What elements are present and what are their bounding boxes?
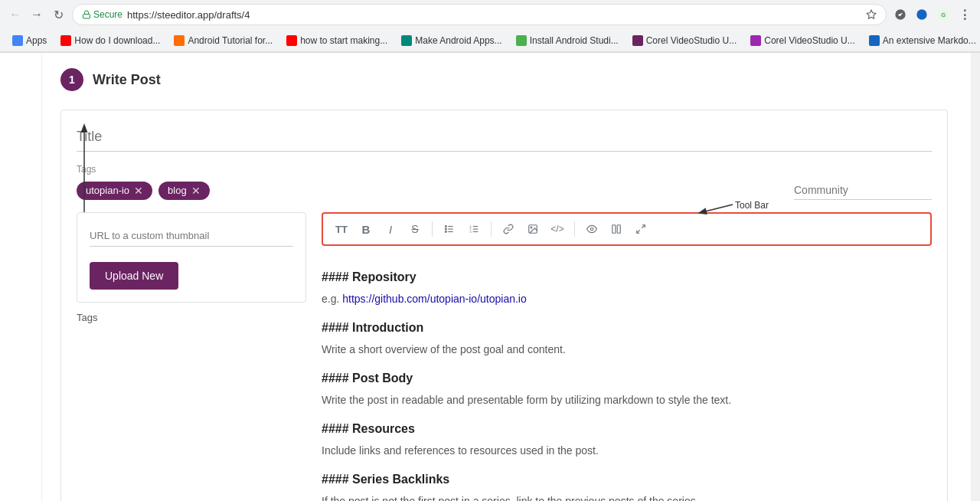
upload-new-button[interactable]: Upload New xyxy=(90,262,178,290)
section-heading-repository: #### Repository xyxy=(322,267,932,287)
bookmark-3[interactable]: how to start making... xyxy=(280,33,394,48)
svg-rect-26 xyxy=(612,225,616,234)
tag-blog-remove[interactable]: ✕ xyxy=(191,185,201,197)
toolbar-link-btn[interactable] xyxy=(498,218,519,240)
tag-blog[interactable]: blog ✕ xyxy=(158,182,210,200)
section-heading-series-backlinks: #### Series Backlinks xyxy=(322,470,932,490)
extensions-button[interactable] xyxy=(891,5,910,24)
svg-line-28 xyxy=(642,225,645,228)
svg-line-29 xyxy=(637,230,640,233)
bookmark-8[interactable]: An extensive Markdo... xyxy=(863,33,980,48)
section-body-series-backlinks: If the post is not the first post in a s… xyxy=(322,493,932,501)
browser-icons: G ⋮ xyxy=(891,5,974,24)
svg-line-31 xyxy=(702,205,733,212)
bookmark-label: Install Android Studi... xyxy=(530,35,619,46)
bookmark-label: Corel VideoStudio U... xyxy=(764,35,855,46)
section-heading-resources: #### Resources xyxy=(322,419,932,439)
toolbar-code-btn[interactable]: </> xyxy=(547,218,568,240)
tags-section: Tags utopian-io ✕ blog ✕ xyxy=(77,164,932,200)
section-heading-post-body: #### Post Body xyxy=(322,368,932,388)
editor-toolbar: TT B I S 1.2.3. xyxy=(322,212,932,246)
bookmark-apps[interactable]: Apps xyxy=(6,33,53,48)
bookmark-6[interactable]: Corel VideoStudio U... xyxy=(626,33,743,48)
toolbar-ol-btn[interactable]: 1.2.3. xyxy=(463,218,485,240)
title-input[interactable] xyxy=(77,123,932,152)
toolbar-side-by-side-btn[interactable] xyxy=(606,218,627,240)
svg-text:Tool Bar: Tool Bar xyxy=(735,200,769,211)
extension2-button[interactable] xyxy=(913,5,931,24)
toolbar-ul-btn[interactable] xyxy=(439,218,460,240)
toolbar-preview-btn[interactable] xyxy=(581,218,603,240)
secure-label: Secure xyxy=(93,9,122,20)
bookmark-label: How do I download... xyxy=(74,35,160,46)
back-button[interactable]: ← xyxy=(6,5,24,24)
more-button[interactable]: ⋮ xyxy=(956,5,974,24)
toolbar-strikethrough-btn[interactable]: S xyxy=(404,218,426,240)
toolbar-italic-btn[interactable]: I xyxy=(380,218,401,240)
thumbnail-url-input[interactable] xyxy=(90,225,293,247)
svg-marker-1 xyxy=(867,10,876,18)
left-sidebar xyxy=(0,53,42,501)
section-body-resources: Include links and references to resource… xyxy=(322,442,932,459)
bookmark-label: how to start making... xyxy=(300,35,387,46)
bookmark-2[interactable]: Android Tutorial for... xyxy=(168,33,279,48)
toolbar-heading-btn[interactable]: TT xyxy=(331,218,352,240)
form-container: Tags utopian-io ✕ blog ✕ xyxy=(60,110,948,501)
page-body: 1 Write Post Tags utopian-io ✕ xyxy=(0,53,980,501)
bookmark-label: Corel VideoStudio U... xyxy=(646,35,737,46)
tag-utopian-io-remove[interactable]: ✕ xyxy=(134,185,143,197)
tag-blog-label: blog xyxy=(168,185,187,196)
right-col: TT B I S 1.2.3. xyxy=(322,212,932,501)
tags-chips: utopian-io ✕ blog ✕ xyxy=(77,182,210,200)
thumbnail-section: Upload New xyxy=(77,212,306,303)
svg-rect-0 xyxy=(83,15,90,19)
bookmark-label: Android Tutorial for... xyxy=(188,35,273,46)
step-circle: 1 xyxy=(60,68,83,91)
bookmark-label: An extensive Markdo... xyxy=(883,35,976,46)
tags-and-community-row: utopian-io ✕ blog ✕ xyxy=(77,181,932,200)
editor-section-post-body: #### Post Body Write the post in readabl… xyxy=(322,368,932,408)
svg-text:3.: 3. xyxy=(469,230,472,234)
step-title: Write Post xyxy=(93,72,161,88)
extension3-button[interactable]: G xyxy=(934,5,952,24)
toolbar-image-btn[interactable] xyxy=(522,218,544,240)
two-col-layout: Upload New Tags Image Upload xyxy=(77,212,932,501)
section-body-post-body: Write the post in readable and presentab… xyxy=(322,391,932,408)
toolbar-sep-3 xyxy=(574,221,575,237)
svg-rect-27 xyxy=(617,225,620,234)
bookmark-5[interactable]: Install Android Studi... xyxy=(510,33,625,48)
toolbar-sep-2 xyxy=(491,221,492,237)
tag-utopian-io[interactable]: utopian-io ✕ xyxy=(77,182,152,200)
section-heading-introduction: #### Introduction xyxy=(322,318,932,338)
refresh-button[interactable]: ↻ xyxy=(49,5,67,24)
editor-section-series-backlinks: #### Series Backlinks If the post is not… xyxy=(322,470,932,501)
page-outer: ← → ↻ Secure https://steeditor.app/draft… xyxy=(0,0,980,501)
main-content: 1 Write Post Tags utopian-io ✕ xyxy=(42,53,971,501)
section-body-introduction: Write a short overview of the post goal … xyxy=(322,341,932,358)
bookmark-label: Make Android Apps... xyxy=(415,35,501,46)
right-scrollbar[interactable] xyxy=(971,53,980,501)
browser-toolbar: ← → ↻ Secure https://steeditor.app/draft… xyxy=(0,0,980,29)
browser-chrome: ← → ↻ Secure https://steeditor.app/draft… xyxy=(0,0,980,53)
editor-section-repository: #### Repository e.g. https://github.com/… xyxy=(322,267,932,307)
bookmark-1[interactable]: How do I download... xyxy=(54,33,166,48)
svg-text:G: G xyxy=(941,11,946,18)
toolbar-bold-btn[interactable]: B xyxy=(355,218,377,240)
editor-content: #### Repository e.g. https://github.com/… xyxy=(322,246,932,501)
bookmark-7[interactable]: Corel VideoStudio U... xyxy=(744,33,861,48)
star-icon xyxy=(866,9,877,20)
tag-utopian-io-label: utopian-io xyxy=(86,185,129,196)
bookmarks-bar: Apps How do I download... Android Tutori… xyxy=(0,29,980,52)
community-input[interactable] xyxy=(794,181,932,200)
forward-button[interactable]: → xyxy=(28,5,46,24)
bookmark-4[interactable]: Make Android Apps... xyxy=(395,33,508,48)
repository-link[interactable]: https://github.com/utopian-io/utopian.io xyxy=(342,293,527,305)
url-text: https://steeditor.app/drafts/4 xyxy=(127,9,861,21)
toolbar-fullscreen-btn[interactable] xyxy=(630,218,652,240)
step-header: 1 Write Post xyxy=(60,68,948,91)
secure-badge: Secure xyxy=(82,9,122,20)
svg-point-14 xyxy=(445,226,446,228)
address-bar[interactable]: Secure https://steeditor.app/drafts/4 xyxy=(72,4,887,25)
svg-point-16 xyxy=(445,231,446,233)
svg-point-15 xyxy=(445,228,446,230)
